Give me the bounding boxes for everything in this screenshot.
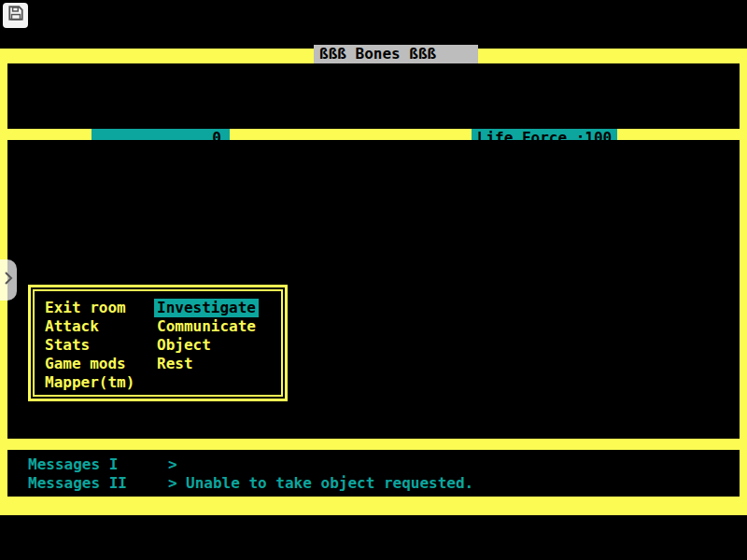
messages-1-prompt: > [168,455,177,474]
floppy-disk-icon [7,5,24,26]
messages-panel: Messages I > Messages II > Unable to tak… [7,450,740,497]
game-window: ßßß Bones ßßß SCORE: 0 Life Force :100 B… [0,0,747,560]
menu-item-mapper[interactable]: Mapper(tm) [45,373,134,392]
menu-item-communicate[interactable]: Communicate [157,317,256,336]
game-title: ßßß Bones ßßß [314,45,478,63]
messages-2-label: Messages II [28,474,127,493]
side-panel-toggle[interactable] [0,259,17,301]
menu-item-object[interactable]: Object [157,336,211,355]
chevron-right-icon [3,269,14,292]
main-view-panel: Exit room Attack Stats Game mods Mapper(… [7,140,740,439]
messages-2-prompt: > [168,474,177,493]
messages-2-text: Unable to take object requested. [186,474,473,493]
save-state-button[interactable] [3,3,28,28]
menu-item-exit-room[interactable]: Exit room [45,299,126,317]
messages-1-label: Messages I [28,455,118,474]
menu-item-attack[interactable]: Attack [45,317,99,336]
action-menu: Exit room Attack Stats Game mods Mapper(… [28,285,288,401]
menu-item-rest[interactable]: Rest [157,355,193,373]
menu-item-investigate-selected[interactable]: Investigate [154,299,259,317]
hud-panel: SCORE: 0 Life Force :100 Booty:0 Armor:1… [7,63,740,129]
menu-item-game-mods[interactable]: Game mods [45,355,126,373]
menu-item-stats[interactable]: Stats [45,336,90,355]
